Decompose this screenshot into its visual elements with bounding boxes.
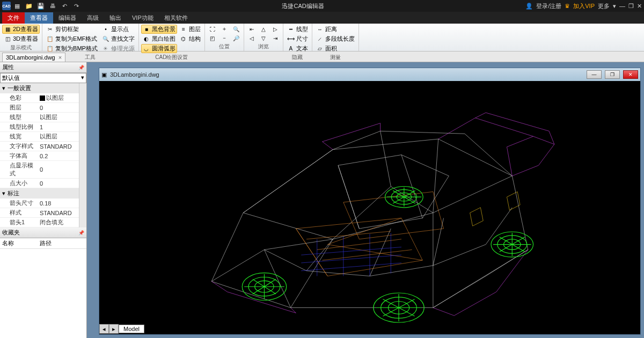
nav-btn[interactable]: ⇥ (270, 34, 281, 42)
btn-2d-viewer[interactable]: ▦2D查看器 (2, 25, 40, 34)
btn-distance[interactable]: ↔距离 (314, 25, 356, 34)
redo-icon[interactable]: ↷ (72, 2, 80, 10)
save-icon[interactable]: 💾 (36, 2, 45, 10)
menu-viewer[interactable]: 查看器 (25, 12, 53, 24)
maximize-button[interactable]: ❐ (628, 3, 634, 10)
menu-output[interactable]: 输出 (104, 12, 127, 24)
new-icon[interactable]: ▦ (13, 2, 21, 10)
prop-row[interactable]: 图层0 (0, 103, 86, 113)
btn-linetype[interactable]: ━线型 (286, 25, 310, 34)
pos-btn[interactable]: ⛶ (207, 25, 218, 33)
nav-btn[interactable]: ◁ (246, 34, 257, 42)
pin-icon[interactable]: 📌 (78, 65, 84, 70)
nav-btn[interactable]: ⇤ (246, 25, 257, 33)
prop-key: 图层 (0, 103, 38, 112)
prop-value[interactable]: 0 (38, 161, 86, 178)
favorites-header[interactable]: 收藏夹📌 (0, 227, 86, 238)
menu-editor[interactable]: 编辑器 (53, 12, 82, 24)
btn-layer[interactable]: ≡图层 (178, 25, 202, 34)
pin-icon[interactable]: 📌 (78, 230, 84, 236)
chevron-down-icon[interactable]: ▾ (613, 3, 616, 10)
category-annotate[interactable]: ▾标注 (0, 188, 86, 199)
prop-value[interactable]: 闭合填充 (38, 218, 86, 227)
vip-link[interactable]: 加入VIP (573, 2, 595, 10)
prop-row[interactable]: 线型比例1 (0, 122, 86, 132)
btn-text[interactable]: A文本 (286, 44, 310, 53)
docwin-titlebar[interactable]: ▣ 3DLamborgini.dwg — ❐ ✕ (99, 68, 640, 81)
btn-struct[interactable]: ⌬结构 (178, 34, 202, 43)
btn-dimension[interactable]: ⟷尺寸 (286, 34, 310, 43)
btn-polylen[interactable]: ⟋多段线长度 (314, 34, 356, 43)
pos-btn[interactable]: － (219, 34, 230, 42)
properties-header[interactable]: 属性📌 (0, 62, 86, 73)
nav-btn[interactable]: △ (258, 25, 269, 33)
btn-3d-viewer[interactable]: ◫3D查看器 (2, 34, 40, 43)
docwin-minimize[interactable]: — (587, 70, 602, 79)
pos-btn[interactable]: 🔎 (231, 34, 241, 42)
layer-icon: ≡ (180, 26, 187, 33)
defaults-combo[interactable]: 默认值▾ (0, 73, 86, 83)
search-icon: 🔍 (102, 35, 109, 43)
menu-vip[interactable]: VIP功能 (127, 12, 159, 24)
prop-value[interactable]: 以图层 (38, 113, 86, 122)
prop-value[interactable]: 0 (38, 103, 86, 112)
prop-row[interactable]: 线宽以图层 (0, 132, 86, 142)
prop-row[interactable]: 线型以图层 (0, 113, 86, 122)
menu-advanced[interactable]: 高级 (82, 12, 104, 24)
model-tab[interactable]: Model (119, 325, 144, 333)
btn-black-bg[interactable]: ■黑色背景 (141, 25, 177, 34)
prop-row[interactable]: 箭头尺寸0.18 (0, 199, 86, 208)
viewport[interactable] (99, 81, 640, 324)
btn-clip-frame[interactable]: ✂剪切框架 (45, 25, 99, 34)
prop-value[interactable]: 1 (38, 122, 86, 131)
category-general[interactable]: ▾一般设置 (0, 83, 86, 93)
nav-btn[interactable]: ▽ (258, 34, 269, 42)
tab-next[interactable]: ▸ (109, 324, 119, 334)
docwin-maximize[interactable]: ❐ (605, 70, 620, 79)
prop-value[interactable]: 以图层 (38, 93, 86, 102)
pos-btn[interactable]: 🔍 (231, 25, 241, 33)
btn-smooth-arc[interactable]: ◡圆滑弧形 (141, 44, 177, 53)
prop-row[interactable]: 字体高0.2 (0, 151, 86, 161)
prop-row[interactable]: 色彩以图层 (0, 93, 86, 103)
btn-show-point[interactable]: •显示点 (100, 25, 136, 34)
tab-prev[interactable]: ◂ (99, 324, 109, 334)
docwin-close[interactable]: ✕ (623, 70, 638, 79)
btn-copy-bmp[interactable]: 📋复制为BMP格式 (45, 44, 99, 53)
undo-icon[interactable]: ↶ (60, 2, 69, 10)
pos-btn[interactable]: ＋ (219, 25, 230, 33)
close-button[interactable]: ✕ (637, 3, 642, 10)
app-title: 迅捷CAD编辑器 (80, 2, 525, 10)
document-tab[interactable]: 3DLamborgini.dwg × (2, 53, 65, 62)
docwin-title-text: 3DLamborgini.dwg (110, 71, 583, 78)
prop-row[interactable]: 样式STANDARD (0, 208, 86, 218)
prop-value[interactable]: 0.18 (38, 199, 86, 208)
prop-value[interactable]: 以图层 (38, 132, 86, 141)
prop-row[interactable]: 箭头1闭合填充 (0, 218, 86, 227)
btn-bw-draw[interactable]: ◐黑白绘图 (141, 34, 177, 43)
btn-repair-halo[interactable]: ☀修理光源 (100, 44, 136, 53)
nav-btn[interactable]: ▷ (270, 25, 281, 33)
open-icon[interactable]: 📁 (25, 2, 33, 10)
btn-area[interactable]: ▱面积 (314, 44, 356, 53)
down-icon: ▽ (260, 34, 267, 42)
prop-value[interactable]: STANDARD (38, 208, 86, 217)
prop-value[interactable]: 0.2 (38, 151, 86, 160)
property-grid: ▾一般设置 色彩以图层图层0线型以图层线型比例1线宽以图层文字样式STANDAR… (0, 83, 86, 227)
more-button[interactable]: 更多 (598, 2, 610, 10)
prop-row[interactable]: 点大小0 (0, 179, 86, 188)
prop-value[interactable]: 0 (38, 179, 86, 188)
print-icon[interactable]: 🖶 (48, 2, 57, 10)
pos-btn[interactable]: ◰ (207, 34, 218, 42)
prop-row[interactable]: 点显示模式0 (0, 161, 86, 179)
minimize-button[interactable]: — (619, 3, 625, 9)
menu-file[interactable]: 文件 (2, 12, 25, 24)
close-tab-icon[interactable]: × (58, 54, 62, 61)
prop-row[interactable]: 文字样式STANDARD (0, 142, 86, 151)
login-link[interactable]: 登录/注册 (536, 2, 561, 10)
menu-related[interactable]: 相关软件 (159, 12, 193, 24)
btn-find-text[interactable]: 🔍查找文字 (100, 34, 136, 43)
prop-value[interactable]: STANDARD (38, 142, 86, 151)
btn-copy-emf[interactable]: 📋复制为EMF格式 (45, 34, 99, 43)
user-icon[interactable]: 👤 (525, 3, 533, 10)
